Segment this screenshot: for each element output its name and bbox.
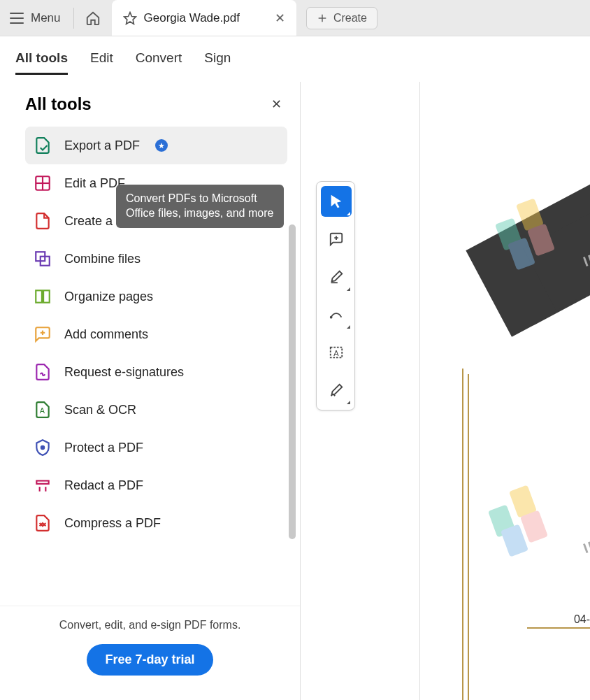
tool-label: Protect a PDF <box>64 441 143 455</box>
tool-redact-pdf[interactable]: Redact a PDF <box>25 466 287 504</box>
free-trial-button[interactable]: Free 7-day trial <box>87 644 213 676</box>
comments-icon <box>34 325 52 343</box>
tool-request-esignatures[interactable]: Request e-signatures <box>25 353 287 391</box>
comment-icon <box>329 231 344 247</box>
tool-label: Compress a PDF <box>64 516 161 531</box>
tool-scan-ocr[interactable]: A Scan & OCR <box>25 391 287 429</box>
draw-icon <box>329 307 344 322</box>
nav-tabs: All tools Edit Convert Sign <box>0 36 590 82</box>
organize-icon <box>34 287 52 306</box>
tool-label: Request e-signatures <box>64 365 184 380</box>
sidebar-header: All tools ✕ <box>0 82 300 122</box>
premium-badge-icon: ★ <box>155 139 168 152</box>
svg-point-13 <box>41 446 44 449</box>
svg-marker-0 <box>124 12 136 24</box>
document-tab[interactable]: Georgia Wade.pdf ✕ <box>112 0 296 36</box>
nav-tab-convert[interactable]: Convert <box>136 50 182 75</box>
tab-title: Georgia Wade.pdf <box>144 11 240 25</box>
content-area: All tools ✕ Export a PDF ★ Edit a PDF <box>0 82 590 700</box>
tool-label: Scan & OCR <box>64 403 136 417</box>
hamburger-icon <box>10 13 24 24</box>
svg-rect-14 <box>36 481 48 484</box>
select-tool[interactable] <box>321 186 352 217</box>
menu-label: Menu <box>31 11 61 25</box>
tool-add-comments[interactable]: Add comments <box>25 315 287 353</box>
promo-text: Convert, edit, and e-sign PDF forms. <box>0 619 300 631</box>
vertical-toolbar: A <box>316 181 355 410</box>
cursor-icon <box>329 194 344 209</box>
star-icon <box>123 11 137 25</box>
svg-text:A: A <box>40 406 45 415</box>
create-pdf-icon <box>34 212 52 230</box>
top-bar: Menu Georgia Wade.pdf ✕ Create <box>0 0 590 36</box>
nav-tab-all-tools[interactable]: All tools <box>15 50 68 75</box>
svg-point-20 <box>331 317 332 318</box>
divider <box>73 8 74 29</box>
doc-date-underline <box>527 627 590 629</box>
tool-label: Redact a PDF <box>64 478 143 493</box>
text-select-icon: A <box>329 345 344 360</box>
scan-icon: A <box>34 401 52 419</box>
tool-label: Export a PDF <box>64 138 140 153</box>
svg-rect-8 <box>36 290 42 302</box>
tool-protect-pdf[interactable]: Protect a PDF <box>25 429 287 466</box>
sidebar-scrollbar[interactable] <box>289 224 296 539</box>
watermark-icon <box>499 201 562 264</box>
plus-icon <box>317 13 328 24</box>
export-pdf-icon <box>34 136 52 155</box>
nav-tab-sign[interactable]: Sign <box>204 50 231 75</box>
highlight-tool[interactable] <box>321 262 352 292</box>
redact-icon <box>34 476 52 494</box>
sidebar: All tools ✕ Export a PDF ★ Edit a PDF <box>0 82 301 700</box>
close-sidebar-button[interactable]: ✕ <box>271 97 282 112</box>
sign-tool[interactable] <box>321 375 352 406</box>
menu-button[interactable]: Menu <box>0 0 71 36</box>
doc-date-text: 04- <box>574 613 590 626</box>
nav-tab-edit[interactable]: Edit <box>90 50 113 75</box>
tooltip: Convert PDFs to Microsoft Office files, … <box>116 185 284 228</box>
tool-combine-files[interactable]: Combine files <box>25 240 287 278</box>
sidebar-footer: Convert, edit, and e-sign PDF forms. Fre… <box>0 606 300 700</box>
sidebar-title: All tools <box>25 94 92 114</box>
edit-pdf-icon <box>34 174 52 192</box>
tool-label: Combine files <box>64 252 141 266</box>
combine-icon <box>34 250 52 268</box>
text-select-tool[interactable]: A <box>321 337 352 368</box>
document-preview[interactable]: 04- IRC IRC <box>419 82 590 700</box>
sign-icon <box>329 383 344 398</box>
close-tab-button[interactable]: ✕ <box>275 10 285 26</box>
tool-compress-pdf[interactable]: Compress a PDF <box>25 504 287 542</box>
create-label: Create <box>333 12 367 24</box>
home-icon <box>85 10 101 26</box>
esign-icon <box>34 363 52 381</box>
svg-text:A: A <box>333 349 339 357</box>
draw-tool[interactable] <box>321 299 352 330</box>
tool-label: Add comments <box>64 327 148 342</box>
highlighter-icon <box>329 269 344 285</box>
compress-icon <box>34 514 52 532</box>
tool-organize-pages[interactable]: Organize pages <box>25 278 287 315</box>
tool-export-pdf[interactable]: Export a PDF ★ <box>25 127 287 164</box>
watermark-icon <box>492 487 555 550</box>
svg-rect-9 <box>43 290 50 302</box>
create-button[interactable]: Create <box>306 7 377 29</box>
protect-icon <box>34 438 52 457</box>
comment-tool[interactable] <box>321 224 352 255</box>
tool-label: Organize pages <box>64 290 153 304</box>
home-button[interactable] <box>77 0 109 36</box>
